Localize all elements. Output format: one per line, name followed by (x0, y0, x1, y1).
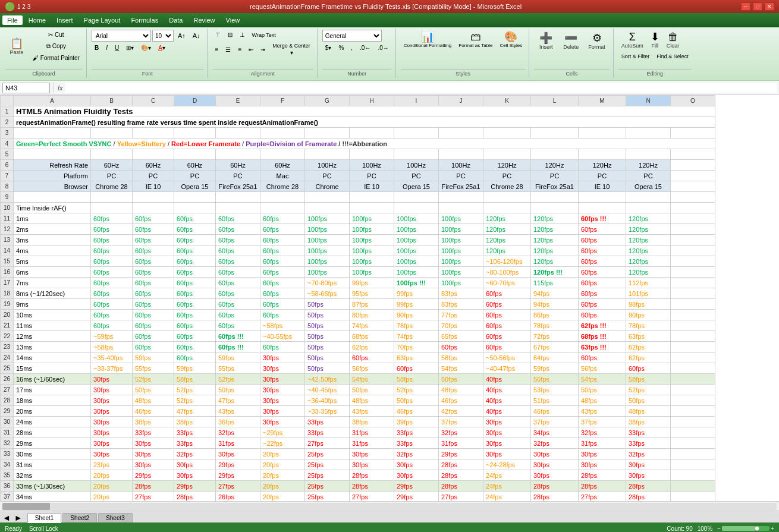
menu-home[interactable]: Home (24, 15, 51, 25)
align-right-button[interactable]: ≡ (235, 45, 244, 55)
italic-button[interactable]: I (103, 43, 111, 53)
cell-j6[interactable]: 100Hz (439, 160, 483, 171)
cell-c6[interactable]: 60Hz (133, 160, 174, 171)
sheet-tab-1[interactable]: Sheet1 (27, 513, 62, 523)
cell-n7[interactable]: PC (626, 171, 671, 181)
cell-f8[interactable]: Chrome 28 (260, 181, 305, 192)
cell-j10[interactable] (439, 203, 483, 213)
format-cells-button[interactable]: ⚙ Format (584, 30, 610, 53)
cell-h3[interactable] (350, 128, 394, 138)
col-header-o[interactable]: O (671, 96, 715, 106)
cell-a1[interactable]: HTML5 Animation Fluidity Tests (14, 106, 715, 117)
cell-j5[interactable] (439, 149, 483, 160)
cell-d10[interactable] (174, 203, 216, 213)
cut-button[interactable]: ✂ Cut (30, 30, 83, 40)
cell-o8[interactable] (671, 181, 715, 192)
cell-g8[interactable]: Chrome (305, 181, 350, 192)
cell-n8[interactable]: Opera 15 (626, 181, 671, 192)
cell-a10[interactable]: Time Inside rAF() (14, 203, 91, 213)
align-center-button[interactable]: ☰ (222, 45, 234, 55)
cell-d5[interactable] (174, 149, 216, 160)
cell-i3[interactable] (394, 128, 439, 138)
col-header-b[interactable]: B (91, 96, 133, 106)
col-header-c[interactable]: C (133, 96, 174, 106)
cell-a3[interactable] (14, 128, 91, 138)
delete-cells-button[interactable]: ➖ Delete (559, 30, 583, 53)
close-button[interactable]: ✕ (765, 2, 774, 11)
cell-k5[interactable] (483, 149, 531, 160)
insert-cells-button[interactable]: ➕ Insert (534, 30, 558, 53)
cell-o7[interactable] (671, 171, 715, 181)
cell-n3[interactable] (626, 128, 671, 138)
cell-l6[interactable]: 120Hz (531, 160, 579, 171)
cell-j9[interactable] (439, 192, 483, 203)
cell-h7[interactable]: PC (350, 171, 394, 181)
decrease-indent-button[interactable]: ⇤ (246, 45, 256, 55)
cell-a6[interactable]: Refresh Rate (14, 160, 91, 171)
menu-review[interactable]: Review (189, 15, 219, 25)
menu-page-layout[interactable]: Page Layout (79, 15, 125, 25)
col-header-m[interactable]: M (579, 96, 626, 106)
clear-button[interactable]: 🗑 Clear (664, 30, 683, 51)
sheet-tab-2[interactable]: Sheet2 (62, 513, 97, 522)
bold-button[interactable]: B (92, 43, 102, 53)
align-bottom-button[interactable]: ⊥ (237, 30, 248, 40)
cell-a2[interactable]: requestAnimationFrame() resulting frame … (14, 117, 715, 128)
cell-o10[interactable] (671, 203, 715, 213)
comma-button[interactable]: , (348, 43, 356, 53)
col-header-a[interactable]: A (14, 96, 91, 106)
cell-k7[interactable]: PC (483, 171, 531, 181)
currency-button[interactable]: $▾ (322, 43, 335, 53)
copy-button[interactable]: ⧉ Copy (30, 41, 83, 52)
number-format-select[interactable]: General (322, 30, 382, 42)
cell-j8[interactable]: FireFox 25a1 (439, 181, 483, 192)
cell-e7[interactable]: PC (216, 171, 260, 181)
menu-formulas[interactable]: Formulas (126, 15, 163, 25)
font-size-select[interactable]: 10 (152, 30, 174, 42)
cell-m6[interactable]: 120Hz (579, 160, 626, 171)
cell-l3[interactable] (531, 128, 579, 138)
cell-l9[interactable] (531, 192, 579, 203)
cell-m3[interactable] (579, 128, 626, 138)
format-painter-button[interactable]: 🖌 Format Painter (30, 53, 83, 63)
col-header-k[interactable]: K (483, 96, 531, 106)
find-select-button[interactable]: Find & Select (654, 52, 692, 61)
percent-button[interactable]: % (335, 43, 347, 53)
cell-o9[interactable] (671, 192, 715, 203)
cell-b7[interactable]: PC (91, 171, 133, 181)
cell-f5[interactable] (260, 149, 305, 160)
zoom-slider-handle[interactable] (755, 526, 759, 531)
restore-button[interactable]: □ (753, 2, 762, 11)
cell-d6[interactable]: 60Hz (174, 160, 216, 171)
cell-e6[interactable]: 60Hz (216, 160, 260, 171)
autosum-button[interactable]: Σ AutoSum (618, 30, 646, 51)
cell-l8[interactable]: FireFox 25a1 (531, 181, 579, 192)
menu-view[interactable]: View (221, 15, 245, 25)
cell-k3[interactable] (483, 128, 531, 138)
col-header-i[interactable]: I (394, 96, 439, 106)
cell-o6[interactable] (671, 160, 715, 171)
cell-c5[interactable] (133, 149, 174, 160)
cell-j3[interactable] (439, 128, 483, 138)
cell-f3[interactable] (260, 128, 305, 138)
cell-e3[interactable] (216, 128, 260, 138)
sort-filter-button[interactable]: Sort & Filter (618, 52, 653, 61)
cell-e10[interactable] (216, 203, 260, 213)
cell-m7[interactable]: PC (579, 171, 626, 181)
zoom-in-button[interactable]: + (771, 525, 774, 532)
tab-nav-right[interactable]: ► (14, 513, 23, 522)
cell-m9[interactable] (579, 192, 626, 203)
font-name-select[interactable]: Arial (92, 30, 151, 42)
cell-n10[interactable] (626, 203, 671, 213)
cell-h5[interactable] (350, 149, 394, 160)
cell-d3[interactable] (174, 128, 216, 138)
cell-j7[interactable]: PC (439, 171, 483, 181)
decrease-font-button[interactable]: A↓ (190, 30, 203, 41)
h-scroll-area[interactable] (0, 501, 779, 511)
cell-l5[interactable] (531, 149, 579, 160)
cell-o5[interactable] (671, 149, 715, 160)
cell-g3[interactable] (305, 128, 350, 138)
col-header-g[interactable]: G (305, 96, 350, 106)
cell-f6[interactable]: 60Hz (260, 160, 305, 171)
underline-button[interactable]: U (112, 43, 122, 53)
